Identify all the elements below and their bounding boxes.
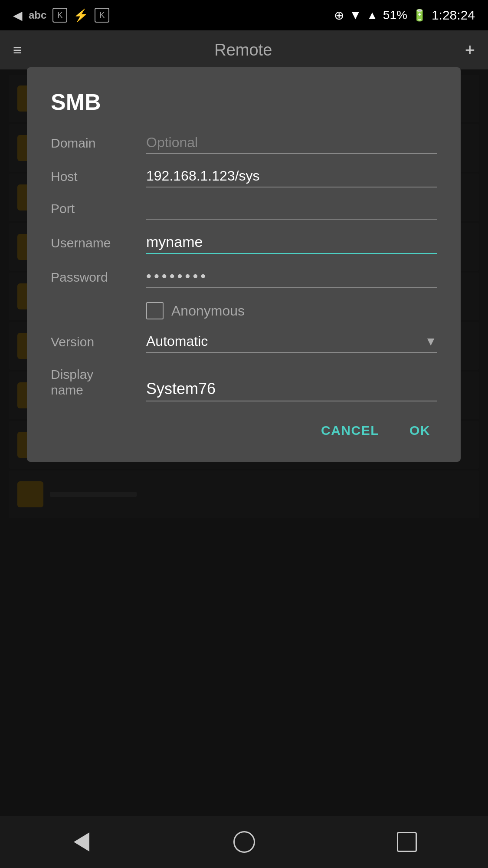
menu-icon[interactable]: ≡: [13, 42, 22, 59]
username-label: Username: [51, 236, 146, 254]
username-input-wrap[interactable]: myname: [146, 233, 437, 254]
navbar-title: Remote: [214, 41, 272, 59]
anonymous-row[interactable]: Anonymous: [146, 302, 437, 319]
password-row: Password ••••••••: [51, 268, 437, 288]
displayname-value: System76: [146, 380, 216, 398]
status-bar: ◀ abc K ⚡ K ⊕ ▼ ▲ 51% 🔋 1:28:24: [0, 0, 488, 30]
flash-icon: ⚡: [73, 8, 88, 23]
dialog-title: SMB: [51, 89, 437, 115]
bottom-nav-bar: [0, 816, 488, 868]
port-row: Port: [51, 201, 437, 220]
host-row: Host 192.168.1.123/sys: [51, 168, 437, 187]
port-label: Port: [51, 201, 146, 220]
anonymous-label: Anonymous: [171, 303, 245, 319]
battery-icon: 🔋: [413, 9, 426, 22]
dropdown-arrow-icon: ▼: [425, 335, 437, 349]
recents-button[interactable]: [392, 827, 422, 857]
username-row: Username myname: [51, 233, 437, 254]
domain-input-wrap[interactable]: Optional: [146, 135, 437, 154]
k-icon-2: K: [95, 8, 109, 23]
host-label: Host: [51, 169, 146, 187]
domain-placeholder: Optional: [146, 135, 198, 150]
status-right: ⊕ ▼ ▲ 51% 🔋 1:28:24: [334, 8, 475, 23]
notification-icons: ◀ abc K ⚡ K: [13, 8, 109, 23]
displayname-input-wrap[interactable]: System76: [146, 380, 437, 401]
password-label: Password: [51, 270, 146, 288]
port-input-wrap[interactable]: [146, 216, 437, 220]
domain-label: Domain: [51, 136, 146, 154]
add-button[interactable]: +: [465, 40, 475, 60]
displayname-label: Displayname: [51, 367, 146, 401]
version-value: Automatic: [146, 333, 208, 349]
host-value: 192.168.1.123/sys: [146, 168, 260, 184]
ok-button[interactable]: OK: [403, 419, 437, 442]
signal-icon: ▲: [367, 9, 378, 22]
host-input-wrap[interactable]: 192.168.1.123/sys: [146, 168, 437, 187]
wifi-icon: ▼: [349, 8, 361, 22]
version-select-wrap[interactable]: Automatic ▼: [146, 333, 437, 353]
time-display: 1:28:24: [432, 8, 475, 23]
back-button[interactable]: [66, 827, 97, 857]
app-navbar: ≡ Remote +: [0, 30, 488, 69]
username-value: myname: [146, 233, 203, 250]
abc-icon: abc: [29, 9, 46, 21]
password-dots: ••••••••: [146, 268, 208, 284]
displayname-row: Displayname System76: [51, 367, 437, 401]
smb-dialog: SMB Domain Optional Host 192.168.1.123/s…: [27, 67, 461, 462]
password-input-wrap[interactable]: ••••••••: [146, 268, 437, 288]
cancel-button[interactable]: CANCEL: [314, 419, 386, 442]
version-row: Version Automatic ▼: [51, 333, 437, 353]
anonymous-checkbox[interactable]: [146, 302, 164, 319]
back-notification-icon: ◀: [13, 8, 23, 23]
dialog-buttons: CANCEL OK: [51, 419, 437, 442]
domain-row: Domain Optional: [51, 135, 437, 154]
add-circle-icon: ⊕: [334, 8, 344, 23]
home-button[interactable]: [229, 827, 259, 857]
k-icon-1: K: [52, 8, 67, 23]
version-label: Version: [51, 335, 146, 353]
battery-percent: 51%: [383, 8, 407, 22]
